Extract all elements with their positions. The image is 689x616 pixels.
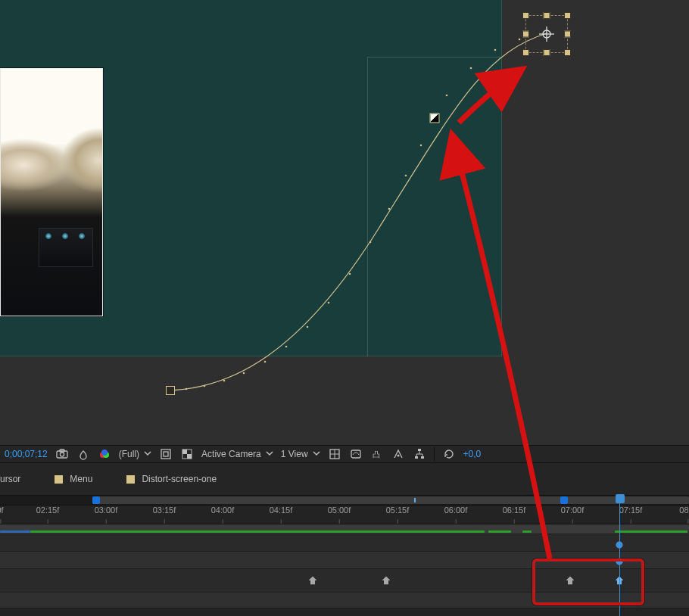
svg-rect-26 xyxy=(161,450,170,459)
resize-handle-r[interactable] xyxy=(564,31,571,38)
resize-handle-l[interactable] xyxy=(522,31,529,38)
channel-icon[interactable] xyxy=(98,447,111,461)
layer-color-swatch xyxy=(126,474,136,484)
layer-tab-row: ursor Menu Distort-screen-one xyxy=(0,463,689,496)
cache-segment xyxy=(30,530,485,533)
svg-rect-28 xyxy=(182,450,187,454)
resize-handle-tr[interactable] xyxy=(564,12,571,19)
time-navigator[interactable] xyxy=(0,495,689,506)
current-timecode[interactable]: 0;00;07;12 xyxy=(5,449,48,459)
resolution-label: (Full) xyxy=(119,449,139,459)
ruler-tick: 04:15f xyxy=(270,506,293,515)
selected-layer-bounding-box[interactable] xyxy=(525,15,568,53)
color-management-icon[interactable] xyxy=(76,447,90,461)
svg-point-0 xyxy=(186,388,188,390)
tab-item-menu[interactable]: Menu xyxy=(37,474,109,484)
motion-keyframe-start[interactable] xyxy=(166,386,175,395)
reset-exposure-icon[interactable] xyxy=(442,447,456,461)
tab-label: ursor xyxy=(0,474,20,484)
ruler-tick: 03:00f xyxy=(95,506,118,515)
snapshot-icon[interactable] xyxy=(55,447,69,461)
ruler-tick: 07:15f xyxy=(619,506,643,515)
svg-point-4 xyxy=(264,361,267,363)
ruler-tick: 05:15f xyxy=(386,506,410,515)
work-area-bar[interactable] xyxy=(92,496,689,504)
ruler-tick: 04:00f xyxy=(211,506,235,515)
resize-handle-b[interactable] xyxy=(544,49,550,56)
ruler-tick: 06:15f xyxy=(503,506,526,515)
timeline-header-row xyxy=(0,524,689,534)
cache-segment xyxy=(488,530,511,533)
chevron-down-icon xyxy=(266,449,273,459)
ruler-tick: 07:00f xyxy=(561,506,585,515)
resize-handle-br[interactable] xyxy=(564,49,571,56)
cache-segment xyxy=(522,530,532,533)
svg-point-1 xyxy=(204,385,206,387)
viewcount-label: 1 View xyxy=(281,449,308,459)
svg-rect-38 xyxy=(415,456,418,459)
pixel-aspect-icon[interactable]: 凸 xyxy=(370,447,384,461)
tab-item-distort[interactable]: Distort-screen-one xyxy=(109,474,233,484)
cti-head[interactable] xyxy=(616,494,625,503)
motion-keyframe-mid[interactable] xyxy=(430,114,440,123)
preview-status-bar: 0;00;07;12 (Full) Active Camera 1 View 凸… xyxy=(0,445,689,463)
camera-label: Active Camera xyxy=(201,449,261,459)
svg-rect-34 xyxy=(351,450,360,458)
svg-point-25 xyxy=(101,450,108,456)
tab-item-cursor[interactable]: ursor xyxy=(0,474,37,484)
transparency-grid-icon[interactable] xyxy=(180,447,194,461)
time-ruler[interactable]: 0f02:15f03:00f03:15f04:00f04:15f05:00f05… xyxy=(0,506,689,524)
svg-rect-29 xyxy=(187,454,192,459)
layer-thumbnail[interactable] xyxy=(0,68,103,316)
camera-dropdown[interactable]: Active Camera xyxy=(201,449,273,459)
viewcount-dropdown[interactable]: 1 View xyxy=(281,449,320,459)
cti-marker xyxy=(616,540,623,547)
resolution-dropdown[interactable]: (Full) xyxy=(119,449,151,459)
resize-handle-t[interactable] xyxy=(544,12,550,19)
composition-viewer[interactable] xyxy=(0,0,689,445)
layer-color-swatch xyxy=(54,474,64,484)
ruler-tick: 06:00f xyxy=(444,506,468,515)
ruler-tick: 05:00f xyxy=(328,506,351,515)
resize-handle-tl[interactable] xyxy=(522,12,529,19)
svg-rect-39 xyxy=(421,456,424,459)
cache-segment xyxy=(0,530,30,533)
mask-icon[interactable] xyxy=(349,447,363,461)
guides-icon[interactable] xyxy=(328,447,341,461)
fast-previews-icon[interactable] xyxy=(391,447,405,461)
cache-segment xyxy=(615,530,687,533)
svg-point-36 xyxy=(397,455,399,457)
region-of-interest-icon[interactable] xyxy=(159,447,173,461)
resize-handle-bl[interactable] xyxy=(522,49,529,56)
ruler-tick: 0f xyxy=(0,506,4,515)
svg-point-16 xyxy=(519,39,521,41)
ruler-tick: 03:15f xyxy=(153,506,176,515)
chevron-down-icon xyxy=(313,449,320,459)
keyframe-diamond[interactable] xyxy=(309,577,317,585)
svg-point-3 xyxy=(243,372,245,375)
tab-label: Distort-screen-one xyxy=(142,474,217,484)
chevron-down-icon xyxy=(144,449,151,459)
svg-point-21 xyxy=(60,453,64,456)
flowchart-icon[interactable] xyxy=(413,447,426,461)
annotation-highlight-box xyxy=(532,558,644,605)
cached-indicator xyxy=(414,498,416,502)
tab-label: Menu xyxy=(70,474,92,484)
exposure-value[interactable]: +0,0 xyxy=(463,449,482,459)
svg-rect-40 xyxy=(616,542,623,549)
anchor-point-icon[interactable] xyxy=(539,26,554,42)
work-area-handle-right[interactable] xyxy=(560,496,568,504)
work-area-handle-left[interactable] xyxy=(92,496,100,504)
svg-text:凸: 凸 xyxy=(373,450,380,459)
ruler-tick: 08:0 xyxy=(679,506,689,515)
timeline-row[interactable] xyxy=(0,534,689,552)
svg-rect-37 xyxy=(418,449,421,451)
svg-point-2 xyxy=(223,380,226,382)
svg-rect-27 xyxy=(164,452,168,456)
keyframe-diamond[interactable] xyxy=(382,577,391,585)
ruler-tick: 02:15f xyxy=(36,506,60,515)
